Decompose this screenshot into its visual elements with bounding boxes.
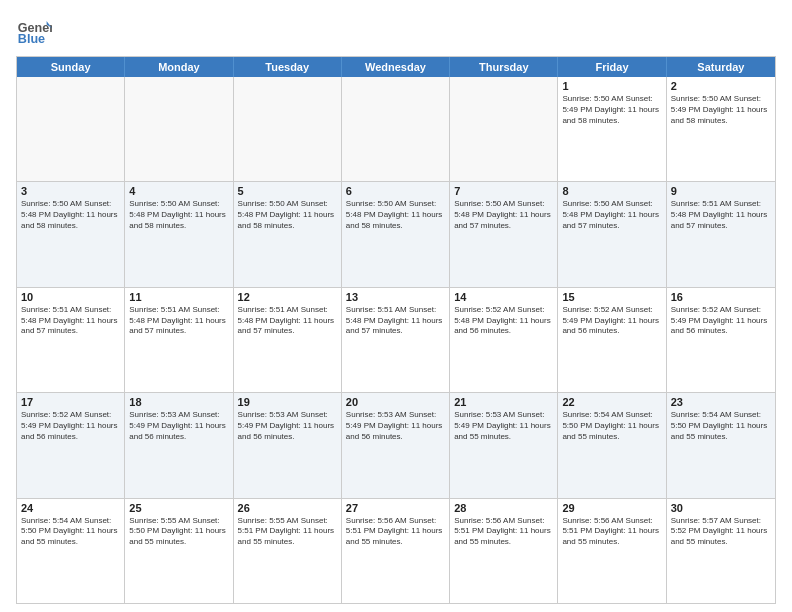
day-cell-16: 16Sunrise: 5:52 AM Sunset: 5:49 PM Dayli… bbox=[667, 288, 775, 392]
day-number: 7 bbox=[454, 185, 553, 197]
day-number: 21 bbox=[454, 396, 553, 408]
day-number: 10 bbox=[21, 291, 120, 303]
day-cell-17: 17Sunrise: 5:52 AM Sunset: 5:49 PM Dayli… bbox=[17, 393, 125, 497]
day-info: Sunrise: 5:52 AM Sunset: 5:49 PM Dayligh… bbox=[21, 410, 120, 442]
day-info: Sunrise: 5:51 AM Sunset: 5:48 PM Dayligh… bbox=[238, 305, 337, 337]
calendar-row-3: 10Sunrise: 5:51 AM Sunset: 5:48 PM Dayli… bbox=[17, 287, 775, 392]
calendar: SundayMondayTuesdayWednesdayThursdayFrid… bbox=[16, 56, 776, 604]
day-of-week-thursday: Thursday bbox=[450, 57, 558, 77]
calendar-body: 1Sunrise: 5:50 AM Sunset: 5:49 PM Daylig… bbox=[17, 77, 775, 603]
day-cell-2: 2Sunrise: 5:50 AM Sunset: 5:49 PM Daylig… bbox=[667, 77, 775, 181]
day-info: Sunrise: 5:54 AM Sunset: 5:50 PM Dayligh… bbox=[671, 410, 771, 442]
day-cell-6: 6Sunrise: 5:50 AM Sunset: 5:48 PM Daylig… bbox=[342, 182, 450, 286]
empty-cell bbox=[234, 77, 342, 181]
day-cell-21: 21Sunrise: 5:53 AM Sunset: 5:49 PM Dayli… bbox=[450, 393, 558, 497]
day-cell-3: 3Sunrise: 5:50 AM Sunset: 5:48 PM Daylig… bbox=[17, 182, 125, 286]
day-info: Sunrise: 5:52 AM Sunset: 5:48 PM Dayligh… bbox=[454, 305, 553, 337]
day-cell-25: 25Sunrise: 5:55 AM Sunset: 5:50 PM Dayli… bbox=[125, 499, 233, 603]
day-number: 25 bbox=[129, 502, 228, 514]
day-info: Sunrise: 5:53 AM Sunset: 5:49 PM Dayligh… bbox=[129, 410, 228, 442]
day-cell-5: 5Sunrise: 5:50 AM Sunset: 5:48 PM Daylig… bbox=[234, 182, 342, 286]
day-number: 18 bbox=[129, 396, 228, 408]
day-info: Sunrise: 5:50 AM Sunset: 5:48 PM Dayligh… bbox=[21, 199, 120, 231]
day-cell-15: 15Sunrise: 5:52 AM Sunset: 5:49 PM Dayli… bbox=[558, 288, 666, 392]
day-info: Sunrise: 5:56 AM Sunset: 5:51 PM Dayligh… bbox=[346, 516, 445, 548]
day-info: Sunrise: 5:50 AM Sunset: 5:48 PM Dayligh… bbox=[238, 199, 337, 231]
calendar-header: SundayMondayTuesdayWednesdayThursdayFrid… bbox=[17, 57, 775, 77]
calendar-row-2: 3Sunrise: 5:50 AM Sunset: 5:48 PM Daylig… bbox=[17, 181, 775, 286]
day-cell-1: 1Sunrise: 5:50 AM Sunset: 5:49 PM Daylig… bbox=[558, 77, 666, 181]
day-cell-24: 24Sunrise: 5:54 AM Sunset: 5:50 PM Dayli… bbox=[17, 499, 125, 603]
calendar-row-5: 24Sunrise: 5:54 AM Sunset: 5:50 PM Dayli… bbox=[17, 498, 775, 603]
day-number: 5 bbox=[238, 185, 337, 197]
day-number: 23 bbox=[671, 396, 771, 408]
day-cell-29: 29Sunrise: 5:56 AM Sunset: 5:51 PM Dayli… bbox=[558, 499, 666, 603]
day-of-week-monday: Monday bbox=[125, 57, 233, 77]
day-number: 13 bbox=[346, 291, 445, 303]
day-cell-9: 9Sunrise: 5:51 AM Sunset: 5:48 PM Daylig… bbox=[667, 182, 775, 286]
day-of-week-friday: Friday bbox=[558, 57, 666, 77]
empty-cell bbox=[17, 77, 125, 181]
day-of-week-wednesday: Wednesday bbox=[342, 57, 450, 77]
day-number: 28 bbox=[454, 502, 553, 514]
day-of-week-saturday: Saturday bbox=[667, 57, 775, 77]
day-cell-18: 18Sunrise: 5:53 AM Sunset: 5:49 PM Dayli… bbox=[125, 393, 233, 497]
day-info: Sunrise: 5:52 AM Sunset: 5:49 PM Dayligh… bbox=[671, 305, 771, 337]
day-cell-19: 19Sunrise: 5:53 AM Sunset: 5:49 PM Dayli… bbox=[234, 393, 342, 497]
day-info: Sunrise: 5:53 AM Sunset: 5:49 PM Dayligh… bbox=[238, 410, 337, 442]
day-number: 22 bbox=[562, 396, 661, 408]
day-cell-4: 4Sunrise: 5:50 AM Sunset: 5:48 PM Daylig… bbox=[125, 182, 233, 286]
day-number: 4 bbox=[129, 185, 228, 197]
day-cell-28: 28Sunrise: 5:56 AM Sunset: 5:51 PM Dayli… bbox=[450, 499, 558, 603]
day-cell-11: 11Sunrise: 5:51 AM Sunset: 5:48 PM Dayli… bbox=[125, 288, 233, 392]
day-info: Sunrise: 5:52 AM Sunset: 5:49 PM Dayligh… bbox=[562, 305, 661, 337]
day-number: 26 bbox=[238, 502, 337, 514]
day-number: 1 bbox=[562, 80, 661, 92]
day-info: Sunrise: 5:51 AM Sunset: 5:48 PM Dayligh… bbox=[671, 199, 771, 231]
empty-cell bbox=[450, 77, 558, 181]
empty-cell bbox=[125, 77, 233, 181]
day-cell-26: 26Sunrise: 5:55 AM Sunset: 5:51 PM Dayli… bbox=[234, 499, 342, 603]
day-number: 9 bbox=[671, 185, 771, 197]
day-info: Sunrise: 5:53 AM Sunset: 5:49 PM Dayligh… bbox=[346, 410, 445, 442]
day-number: 14 bbox=[454, 291, 553, 303]
day-number: 16 bbox=[671, 291, 771, 303]
day-info: Sunrise: 5:55 AM Sunset: 5:51 PM Dayligh… bbox=[238, 516, 337, 548]
day-cell-8: 8Sunrise: 5:50 AM Sunset: 5:48 PM Daylig… bbox=[558, 182, 666, 286]
day-info: Sunrise: 5:51 AM Sunset: 5:48 PM Dayligh… bbox=[346, 305, 445, 337]
day-number: 20 bbox=[346, 396, 445, 408]
svg-text:Blue: Blue bbox=[18, 32, 45, 46]
day-cell-27: 27Sunrise: 5:56 AM Sunset: 5:51 PM Dayli… bbox=[342, 499, 450, 603]
day-cell-14: 14Sunrise: 5:52 AM Sunset: 5:48 PM Dayli… bbox=[450, 288, 558, 392]
day-info: Sunrise: 5:50 AM Sunset: 5:48 PM Dayligh… bbox=[454, 199, 553, 231]
day-cell-20: 20Sunrise: 5:53 AM Sunset: 5:49 PM Dayli… bbox=[342, 393, 450, 497]
day-cell-13: 13Sunrise: 5:51 AM Sunset: 5:48 PM Dayli… bbox=[342, 288, 450, 392]
empty-cell bbox=[342, 77, 450, 181]
day-info: Sunrise: 5:51 AM Sunset: 5:48 PM Dayligh… bbox=[129, 305, 228, 337]
day-cell-22: 22Sunrise: 5:54 AM Sunset: 5:50 PM Dayli… bbox=[558, 393, 666, 497]
day-info: Sunrise: 5:50 AM Sunset: 5:49 PM Dayligh… bbox=[671, 94, 771, 126]
day-info: Sunrise: 5:50 AM Sunset: 5:48 PM Dayligh… bbox=[346, 199, 445, 231]
day-info: Sunrise: 5:50 AM Sunset: 5:48 PM Dayligh… bbox=[562, 199, 661, 231]
day-number: 11 bbox=[129, 291, 228, 303]
logo: General Blue bbox=[16, 12, 52, 48]
page: General Blue SundayMondayTuesdayWednesda… bbox=[0, 0, 792, 612]
day-of-week-sunday: Sunday bbox=[17, 57, 125, 77]
header: General Blue bbox=[16, 12, 776, 48]
day-number: 27 bbox=[346, 502, 445, 514]
logo-icon: General Blue bbox=[16, 12, 52, 48]
day-cell-10: 10Sunrise: 5:51 AM Sunset: 5:48 PM Dayli… bbox=[17, 288, 125, 392]
day-number: 3 bbox=[21, 185, 120, 197]
day-number: 12 bbox=[238, 291, 337, 303]
day-number: 15 bbox=[562, 291, 661, 303]
day-info: Sunrise: 5:50 AM Sunset: 5:49 PM Dayligh… bbox=[562, 94, 661, 126]
day-number: 24 bbox=[21, 502, 120, 514]
day-cell-7: 7Sunrise: 5:50 AM Sunset: 5:48 PM Daylig… bbox=[450, 182, 558, 286]
day-cell-12: 12Sunrise: 5:51 AM Sunset: 5:48 PM Dayli… bbox=[234, 288, 342, 392]
day-number: 2 bbox=[671, 80, 771, 92]
day-info: Sunrise: 5:57 AM Sunset: 5:52 PM Dayligh… bbox=[671, 516, 771, 548]
day-number: 6 bbox=[346, 185, 445, 197]
day-info: Sunrise: 5:56 AM Sunset: 5:51 PM Dayligh… bbox=[454, 516, 553, 548]
day-info: Sunrise: 5:54 AM Sunset: 5:50 PM Dayligh… bbox=[21, 516, 120, 548]
calendar-row-4: 17Sunrise: 5:52 AM Sunset: 5:49 PM Dayli… bbox=[17, 392, 775, 497]
